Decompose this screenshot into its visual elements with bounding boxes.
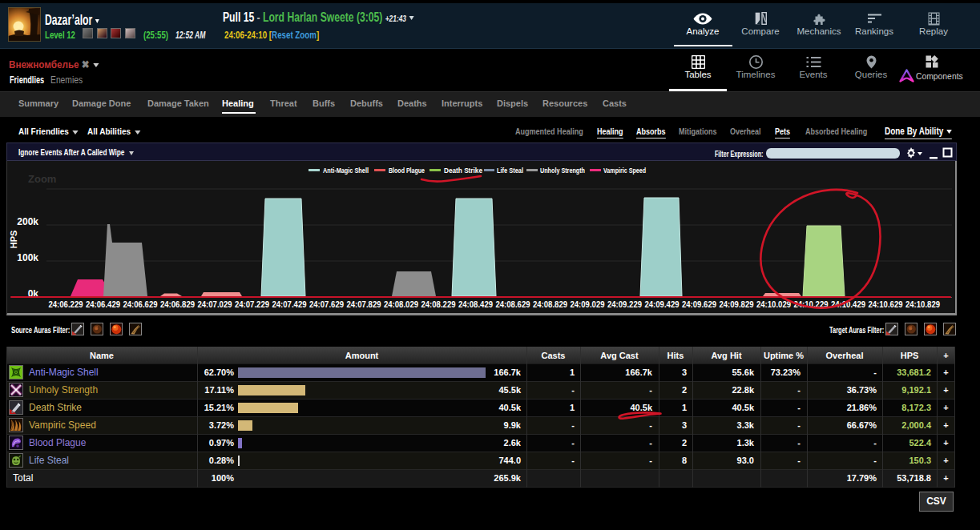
svg-text:Life Steal: Life Steal	[497, 166, 523, 175]
svg-text:24:09.629: 24:09.629	[682, 299, 716, 309]
svg-text:Blood Plague: Blood Plague	[389, 166, 425, 175]
svg-text:Death Strike: Death Strike	[444, 166, 482, 175]
svg-text:24:07.029: 24:07.029	[198, 299, 232, 309]
svg-text:24:09.829: 24:09.829	[720, 299, 754, 309]
svg-text:24:06.629: 24:06.629	[123, 299, 158, 309]
svg-text:24:09.229: 24:09.229	[607, 299, 642, 309]
svg-text:24:07.629: 24:07.629	[309, 299, 344, 309]
svg-text:24:10.029: 24:10.029	[756, 299, 791, 309]
svg-text:24:06.429: 24:06.429	[86, 299, 120, 309]
svg-text:24:06.829: 24:06.829	[160, 299, 195, 309]
svg-text:24:10.829: 24:10.829	[905, 299, 940, 309]
svg-text:100k: 100k	[17, 252, 38, 263]
svg-text:24:08.629: 24:08.629	[496, 299, 530, 309]
svg-text:200k: 200k	[17, 216, 38, 227]
svg-text:24:08.429: 24:08.429	[458, 299, 493, 309]
svg-text:24:07.429: 24:07.429	[272, 299, 307, 309]
svg-text:24:08.829: 24:08.829	[533, 299, 567, 309]
svg-text:24:09.429: 24:09.429	[645, 299, 680, 309]
svg-text:HPS: HPS	[9, 231, 18, 249]
svg-text:24:07.229: 24:07.229	[235, 299, 269, 309]
svg-text:24:06.229: 24:06.229	[49, 299, 83, 309]
svg-text:Vampiric Speed: Vampiric Speed	[603, 166, 646, 175]
svg-text:24:08.229: 24:08.229	[421, 299, 456, 309]
svg-text:24:10.629: 24:10.629	[869, 299, 903, 309]
svg-text:24:08.029: 24:08.029	[384, 299, 418, 309]
svg-text:Anti-Magic Shell: Anti-Magic Shell	[323, 166, 369, 175]
svg-text:Unholy Strength: Unholy Strength	[540, 166, 585, 175]
svg-text:24:09.029: 24:09.029	[571, 299, 605, 309]
svg-text:24:07.829: 24:07.829	[347, 299, 381, 309]
svg-text:Zoom: Zoom	[28, 173, 56, 185]
